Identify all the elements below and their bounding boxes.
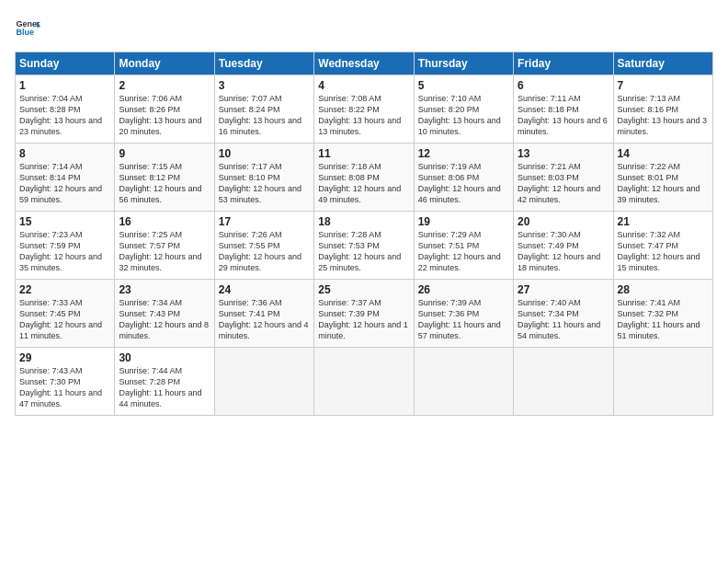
day-number: 10 <box>219 147 310 160</box>
day-number: 15 <box>19 215 110 228</box>
calendar-week-row: 8Sunrise: 7:14 AMSunset: 8:14 PMDaylight… <box>16 144 713 212</box>
calendar-cell: 7Sunrise: 7:13 AMSunset: 8:16 PMDaylight… <box>613 75 712 144</box>
calendar-cell: 20Sunrise: 7:30 AMSunset: 7:49 PMDayligh… <box>514 212 613 280</box>
calendar-cell: 18Sunrise: 7:28 AMSunset: 7:53 PMDayligh… <box>314 212 414 280</box>
day-number: 22 <box>19 283 110 296</box>
header-row: SundayMondayTuesdayWednesdayThursdayFrid… <box>16 52 713 75</box>
calendar-cell: 13Sunrise: 7:21 AMSunset: 8:03 PMDayligh… <box>514 144 613 212</box>
day-number: 21 <box>618 215 709 228</box>
day-info: Sunrise: 7:43 AMSunset: 7:30 PMDaylight:… <box>19 366 102 408</box>
day-info: Sunrise: 7:08 AMSunset: 8:22 PMDaylight:… <box>318 94 401 136</box>
day-header: Saturday <box>613 52 712 75</box>
day-number: 29 <box>19 351 110 364</box>
calendar-cell: 28Sunrise: 7:41 AMSunset: 7:32 PMDayligh… <box>613 280 712 348</box>
calendar-week-row: 1Sunrise: 7:04 AMSunset: 8:28 PMDaylight… <box>16 75 713 144</box>
day-number: 11 <box>318 147 409 160</box>
calendar-cell: 23Sunrise: 7:34 AMSunset: 7:43 PMDayligh… <box>115 280 214 348</box>
day-number: 7 <box>618 79 709 92</box>
day-number: 25 <box>318 283 409 296</box>
page-header: General Blue <box>15 15 713 40</box>
day-number: 28 <box>618 283 709 296</box>
day-info: Sunrise: 7:37 AMSunset: 7:39 PMDaylight:… <box>318 298 408 340</box>
calendar-cell <box>314 348 414 416</box>
day-info: Sunrise: 7:23 AMSunset: 7:59 PMDaylight:… <box>19 230 102 272</box>
calendar-cell: 3Sunrise: 7:07 AMSunset: 8:24 PMDaylight… <box>214 75 313 144</box>
calendar-cell: 17Sunrise: 7:26 AMSunset: 7:55 PMDayligh… <box>214 212 313 280</box>
day-info: Sunrise: 7:40 AMSunset: 7:34 PMDaylight:… <box>518 298 600 340</box>
day-info: Sunrise: 7:36 AMSunset: 7:41 PMDaylight:… <box>219 298 309 340</box>
day-info: Sunrise: 7:13 AMSunset: 8:16 PMDaylight:… <box>618 94 708 136</box>
day-info: Sunrise: 7:04 AMSunset: 8:28 PMDaylight:… <box>19 94 102 136</box>
day-header: Tuesday <box>214 52 313 75</box>
day-number: 2 <box>119 79 210 92</box>
calendar-cell: 27Sunrise: 7:40 AMSunset: 7:34 PMDayligh… <box>514 280 613 348</box>
day-number: 6 <box>518 79 609 92</box>
day-number: 20 <box>518 215 609 228</box>
calendar-week-row: 22Sunrise: 7:33 AMSunset: 7:45 PMDayligh… <box>16 280 713 348</box>
day-number: 24 <box>219 283 310 296</box>
calendar-cell <box>214 348 313 416</box>
calendar-cell: 5Sunrise: 7:10 AMSunset: 8:20 PMDaylight… <box>414 75 513 144</box>
svg-text:Blue: Blue <box>16 28 34 37</box>
day-number: 30 <box>119 351 210 364</box>
day-number: 8 <box>19 147 110 160</box>
day-info: Sunrise: 7:22 AMSunset: 8:01 PMDaylight:… <box>618 162 700 204</box>
day-info: Sunrise: 7:18 AMSunset: 8:08 PMDaylight:… <box>318 162 401 204</box>
day-number: 17 <box>219 215 310 228</box>
calendar-cell: 21Sunrise: 7:32 AMSunset: 7:47 PMDayligh… <box>613 212 712 280</box>
calendar-cell: 14Sunrise: 7:22 AMSunset: 8:01 PMDayligh… <box>613 144 712 212</box>
day-info: Sunrise: 7:19 AMSunset: 8:06 PMDaylight:… <box>418 162 501 204</box>
calendar-cell: 1Sunrise: 7:04 AMSunset: 8:28 PMDaylight… <box>16 75 115 144</box>
day-number: 3 <box>219 79 310 92</box>
day-info: Sunrise: 7:44 AMSunset: 7:28 PMDaylight:… <box>119 366 201 408</box>
day-number: 27 <box>518 283 609 296</box>
day-number: 23 <box>119 283 210 296</box>
day-number: 16 <box>119 215 210 228</box>
calendar-cell <box>514 348 613 416</box>
day-header: Wednesday <box>314 52 414 75</box>
calendar-table: SundayMondayTuesdayWednesdayThursdayFrid… <box>15 52 713 416</box>
day-number: 4 <box>318 79 409 92</box>
calendar-cell: 6Sunrise: 7:11 AMSunset: 8:18 PMDaylight… <box>514 75 613 144</box>
page-container: General Blue SundayMondayTuesdayWednesda… <box>0 0 728 423</box>
calendar-cell: 15Sunrise: 7:23 AMSunset: 7:59 PMDayligh… <box>16 212 115 280</box>
day-info: Sunrise: 7:29 AMSunset: 7:51 PMDaylight:… <box>418 230 501 272</box>
day-number: 19 <box>418 215 509 228</box>
calendar-cell: 16Sunrise: 7:25 AMSunset: 7:57 PMDayligh… <box>115 212 214 280</box>
calendar-cell: 26Sunrise: 7:39 AMSunset: 7:36 PMDayligh… <box>414 280 513 348</box>
day-number: 1 <box>19 79 110 92</box>
calendar-cell: 10Sunrise: 7:17 AMSunset: 8:10 PMDayligh… <box>214 144 313 212</box>
calendar-cell: 29Sunrise: 7:43 AMSunset: 7:30 PMDayligh… <box>16 348 115 416</box>
day-number: 26 <box>418 283 509 296</box>
calendar-cell: 11Sunrise: 7:18 AMSunset: 8:08 PMDayligh… <box>314 144 414 212</box>
day-header: Thursday <box>414 52 513 75</box>
day-number: 12 <box>418 147 509 160</box>
logo-icon: General Blue <box>15 15 40 40</box>
day-info: Sunrise: 7:07 AMSunset: 8:24 PMDaylight:… <box>219 94 301 136</box>
day-info: Sunrise: 7:34 AMSunset: 7:43 PMDaylight:… <box>119 298 209 340</box>
calendar-week-row: 15Sunrise: 7:23 AMSunset: 7:59 PMDayligh… <box>16 212 713 280</box>
day-info: Sunrise: 7:06 AMSunset: 8:26 PMDaylight:… <box>119 94 201 136</box>
calendar-cell <box>414 348 513 416</box>
calendar-week-row: 29Sunrise: 7:43 AMSunset: 7:30 PMDayligh… <box>16 348 713 416</box>
day-number: 14 <box>618 147 709 160</box>
calendar-cell: 8Sunrise: 7:14 AMSunset: 8:14 PMDaylight… <box>16 144 115 212</box>
day-number: 9 <box>119 147 210 160</box>
day-info: Sunrise: 7:30 AMSunset: 7:49 PMDaylight:… <box>518 230 600 272</box>
calendar-cell: 12Sunrise: 7:19 AMSunset: 8:06 PMDayligh… <box>414 144 513 212</box>
day-info: Sunrise: 7:39 AMSunset: 7:36 PMDaylight:… <box>418 298 501 340</box>
calendar-cell: 4Sunrise: 7:08 AMSunset: 8:22 PMDaylight… <box>314 75 414 144</box>
calendar-cell: 25Sunrise: 7:37 AMSunset: 7:39 PMDayligh… <box>314 280 414 348</box>
calendar-cell: 30Sunrise: 7:44 AMSunset: 7:28 PMDayligh… <box>115 348 214 416</box>
calendar-cell <box>613 348 712 416</box>
day-info: Sunrise: 7:17 AMSunset: 8:10 PMDaylight:… <box>219 162 301 204</box>
day-info: Sunrise: 7:25 AMSunset: 7:57 PMDaylight:… <box>119 230 201 272</box>
day-header: Sunday <box>16 52 115 75</box>
calendar-cell: 9Sunrise: 7:15 AMSunset: 8:12 PMDaylight… <box>115 144 214 212</box>
calendar-cell: 24Sunrise: 7:36 AMSunset: 7:41 PMDayligh… <box>214 280 313 348</box>
day-number: 13 <box>518 147 609 160</box>
day-info: Sunrise: 7:21 AMSunset: 8:03 PMDaylight:… <box>518 162 600 204</box>
day-info: Sunrise: 7:15 AMSunset: 8:12 PMDaylight:… <box>119 162 201 204</box>
calendar-cell: 22Sunrise: 7:33 AMSunset: 7:45 PMDayligh… <box>16 280 115 348</box>
day-info: Sunrise: 7:41 AMSunset: 7:32 PMDaylight:… <box>618 298 700 340</box>
